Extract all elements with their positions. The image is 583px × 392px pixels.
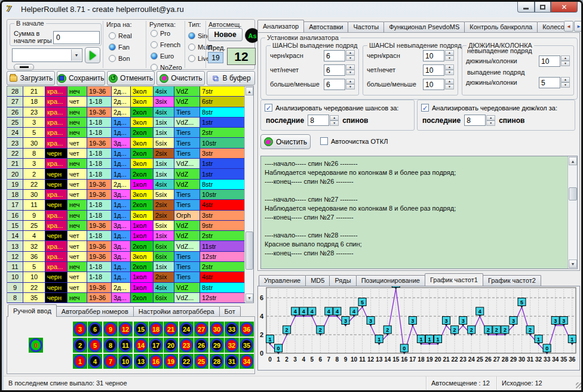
board-cell-31[interactable]: 31 (225, 354, 239, 369)
table-row[interactable]: 1010чернчет1-181д...1кол2sixTiers4str (7, 272, 245, 282)
tab-позиционирование[interactable]: Позиционирование (356, 275, 425, 286)
spinner-value[interactable]: 10 (423, 64, 444, 76)
copy-to-buffer-button[interactable]: ⧉В буфер (207, 71, 255, 85)
board-cell-9[interactable]: 9 (103, 322, 118, 337)
analyzer-clear-button[interactable]: Очистить (260, 134, 311, 149)
spinner-down-icon[interactable]: ▼ (445, 84, 454, 89)
titlebar[interactable]: 7 HelperRoullet 8.71 - create helperroul… (2, 2, 581, 17)
board-cell-25[interactable]: 25 (194, 354, 208, 369)
board-cell-7[interactable]: 7 (103, 354, 118, 369)
board-cell-33[interactable]: 33 (225, 322, 239, 337)
board-cell-29[interactable]: 29 (210, 338, 224, 353)
board-cell-13[interactable]: 13 (134, 354, 148, 369)
board-cell-20[interactable]: 20 (164, 338, 178, 353)
radio-french[interactable]: French (151, 39, 182, 50)
table-row[interactable]: 144чернчет1-181д...1кол1sixVdZ2str (7, 231, 245, 241)
spinner-value[interactable]: 8 (464, 115, 486, 126)
board-cell-24[interactable]: 24 (179, 322, 194, 337)
board-cell-5[interactable]: 5 (88, 338, 102, 353)
board-cell-30[interactable]: 30 (210, 322, 224, 337)
table-row[interactable]: 169кра...неч1-181д...3кол2sixOrph3str (7, 211, 245, 221)
setting-spinner[interactable]: 6▲▼ (324, 50, 355, 61)
tab-график-частот1[interactable]: График частот1 (425, 273, 483, 286)
scroll-down-icon[interactable]: ▼ (569, 260, 577, 268)
board-cell-34[interactable]: 34 (240, 354, 254, 369)
table-row[interactable]: 1236кра...чет19-363д...3кол6sixTiers12st… (7, 252, 245, 262)
spinner-value[interactable]: 6 (324, 64, 345, 76)
save-button[interactable]: Сохранить (57, 71, 105, 85)
radio-pro[interactable]: Pro (151, 27, 182, 39)
tab-scroll-left-icon[interactable]: ◄ (564, 21, 573, 32)
board-cell-28[interactable]: 28 (210, 354, 224, 369)
board-cell-1[interactable]: 1 (73, 354, 87, 369)
close-button[interactable]: ✕ (551, 2, 578, 13)
board-cell-32[interactable]: 32 (225, 338, 239, 353)
minimize-button[interactable] (517, 2, 535, 13)
spinner-up-icon[interactable]: ▲ (445, 79, 454, 84)
setting-spinner[interactable]: 10▲▼ (423, 50, 454, 61)
analyze-dozen-checkbox[interactable]: ✓ Анализировать чередование дюж/кол за: (421, 104, 575, 112)
analyze-chances-checkbox[interactable]: ✓ Анализировать чередование шансов за: (265, 104, 414, 112)
spinner-down-icon[interactable]: ▼ (346, 84, 355, 89)
board-cell-3[interactable]: 3 (73, 322, 87, 337)
board-cell-16[interactable]: 16 (149, 354, 163, 369)
table-row[interactable]: 202чернчет1-181д...2кол1sixVdZ1str (7, 169, 245, 179)
board-cell-15[interactable]: 15 (134, 322, 148, 337)
spinner-up-icon[interactable]: ▲ (561, 55, 570, 61)
board-cell-35[interactable]: 35 (240, 338, 254, 353)
setting-spinner[interactable]: 10▲▼ (423, 79, 454, 90)
board-cell-36[interactable]: 36 (240, 322, 254, 337)
board-cell-21[interactable]: 21 (164, 322, 178, 337)
table-row[interactable]: 213кра...неч1-181д...3кол1sixVdZ...1str (7, 159, 245, 169)
tab-график-частот2[interactable]: График частот2 (483, 275, 541, 286)
board-cell-11[interactable]: 11 (118, 338, 133, 353)
radio-euro[interactable]: Euro (151, 50, 182, 61)
table-row[interactable]: 922чернчет19-362д...1кол4sixVdZ8str (7, 283, 245, 293)
board-cell-4[interactable]: 4 (88, 354, 102, 369)
new-button[interactable]: Новое (208, 28, 243, 41)
spinner[interactable]: 8▲▼ (464, 115, 495, 126)
board-cell-0[interactable]: 0 (29, 338, 43, 353)
tab-автоставки[interactable]: Автоставки (303, 21, 348, 32)
chances-spins-spinner[interactable]: 8▲▼ (308, 115, 339, 126)
table-row[interactable]: 253кра...неч1-181д...3кол1sixVdZ...1str (7, 118, 245, 128)
chevron-down-icon[interactable]: ▼ (71, 50, 81, 61)
board-cell-8[interactable]: 8 (103, 338, 118, 353)
tab-частоты[interactable]: Частоты (348, 21, 384, 32)
table-row[interactable]: 2718кра...чет1-182д...3кол3sixVdZ6str (7, 97, 245, 107)
spinner-up-icon[interactable]: ▲ (445, 64, 454, 70)
tab-управление[interactable]: Управление (259, 275, 306, 286)
spinner-down-icon[interactable]: ▼ (561, 82, 570, 88)
radio-real[interactable]: Real (109, 30, 132, 41)
tab-md5[interactable]: MD5 (305, 275, 330, 286)
scroll-up-icon[interactable]: ▲ (569, 157, 577, 165)
table-row[interactable]: 2330кра...чет19-363д...3кол5sixTiers10st… (7, 138, 245, 148)
tab-анализатор[interactable]: Анализатор (257, 20, 304, 32)
load-button[interactable]: Загрузить (7, 71, 55, 85)
board-cell-6[interactable]: 6 (88, 322, 102, 337)
spinner-down-icon[interactable]: ▼ (346, 55, 355, 61)
board-cell-23[interactable]: 23 (179, 338, 194, 353)
setting-spinner[interactable]: 5▲▼ (539, 77, 570, 88)
board-cell-18[interactable]: 18 (149, 322, 163, 337)
spinner-down-icon[interactable]: ▼ (486, 121, 495, 126)
table-row[interactable]: 835черннеч19-363д...2кол6sixVdZ...12str (7, 293, 245, 303)
tab-бот[interactable]: Бот (219, 306, 241, 317)
undo-button[interactable]: ↺Отменить (107, 71, 155, 85)
table-row[interactable]: 245кра...неч1-181д...2кол1sixTiers2str (7, 128, 245, 138)
board-cell-17[interactable]: 17 (149, 338, 163, 353)
session-combobox[interactable]: ▼ (12, 48, 82, 62)
board-cell-19[interactable]: 19 (164, 354, 178, 369)
table-row[interactable]: 228чернчет1-181д...2кол2sixTiers3str (7, 149, 245, 159)
table-row[interactable]: 2821кра...неч19-362д...3кол4sixVdZ7str (7, 87, 245, 97)
table-row[interactable]: 1922чернчет19-362д...1кол4sixVdZ8str (7, 180, 245, 190)
spinner-up-icon[interactable]: ▲ (445, 50, 454, 55)
spinner-value[interactable]: 10 (423, 50, 444, 61)
spinner-value[interactable]: 6 (324, 50, 345, 61)
spinner-up-icon[interactable]: ▲ (330, 115, 339, 121)
table-scrollbar[interactable]: ▲ ▼ (244, 87, 253, 303)
table-row[interactable]: 2623кра...неч19-362д...2кол4sixTiers8str (7, 107, 245, 118)
board-cell-22[interactable]: 22 (179, 354, 194, 369)
spinner-down-icon[interactable]: ▼ (445, 70, 454, 75)
spinner-value[interactable]: 5 (539, 77, 560, 88)
